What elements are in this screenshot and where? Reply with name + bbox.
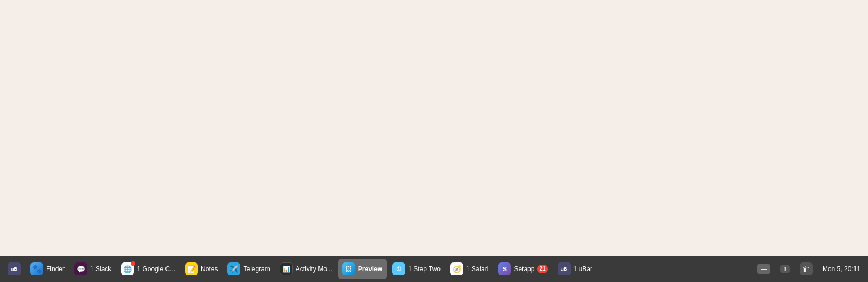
telegram-icon: ✈️ (227, 262, 240, 275)
taskbar-item-activity[interactable]: 📊 Activity Mo... (276, 259, 337, 279)
telegram-label: Telegram (243, 265, 270, 273)
taskbar-item-chrome[interactable]: 🌐 1 Google C... (117, 259, 180, 279)
trash-icon: 🗑 (800, 262, 813, 275)
activity-label: Activity Mo... (296, 265, 333, 273)
chrome-label: 1 Google C... (137, 265, 175, 273)
chrome-red-dot (131, 261, 135, 266)
window-minimize-button[interactable]: — (753, 259, 775, 279)
preview-icon: 🖼 (342, 262, 355, 275)
taskbar: uB 🐾 Finder 💬 1 Slack 🌐 1 Google C... 📝 … (0, 256, 868, 282)
minimize-icon: — (757, 264, 770, 274)
page-number: 1 (780, 265, 790, 273)
activity-icon: 📊 (280, 262, 293, 275)
setapp-label: Setapp (514, 265, 534, 273)
taskbar-item-finder[interactable]: 🐾 Finder (26, 259, 69, 279)
slack-icon: 💬 (74, 262, 87, 275)
notes-label: Notes (201, 265, 218, 273)
slack-label: 1 Slack (90, 265, 111, 273)
ubar-icon: uB (8, 262, 21, 275)
taskbar-item-preview[interactable]: 🖼 Preview (338, 259, 387, 279)
taskbar-item-setapp[interactable]: S Setapp 21 (494, 259, 552, 279)
notes-icon: 📝 (185, 262, 198, 275)
desktop (0, 0, 868, 282)
clock: Mon 5, 20:11 (818, 259, 865, 279)
taskbar-item-trash[interactable]: 🗑 (795, 259, 817, 279)
finder-icon: 🐾 (30, 262, 43, 275)
clock-time: Mon 5, 20:11 (822, 265, 860, 273)
taskbar-item-1steptwo[interactable]: ① 1 Step Two (388, 259, 445, 279)
ubar2-icon: uB (558, 262, 571, 275)
preview-label: Preview (358, 265, 382, 273)
setapp-icon: S (498, 262, 511, 275)
safari-icon: 🧭 (450, 262, 463, 275)
taskbar-item-ubar[interactable]: uB (3, 259, 25, 279)
1steptwo-icon: ① (392, 262, 405, 275)
ubar2-label: 1 uBar (573, 265, 592, 273)
1steptwo-label: 1 Step Two (408, 265, 441, 273)
setapp-badge: 21 (537, 265, 547, 273)
taskbar-item-slack[interactable]: 💬 1 Slack (70, 259, 116, 279)
safari-label: 1 Safari (466, 265, 488, 273)
taskbar-item-telegram[interactable]: ✈️ Telegram (223, 259, 274, 279)
taskbar-item-notes[interactable]: 📝 Notes (181, 259, 222, 279)
page-number-badge[interactable]: 1 (776, 259, 794, 279)
taskbar-item-ubar2[interactable]: uB 1 uBar (553, 259, 597, 279)
taskbar-item-safari[interactable]: 🧭 1 Safari (446, 259, 493, 279)
finder-label: Finder (46, 265, 65, 273)
